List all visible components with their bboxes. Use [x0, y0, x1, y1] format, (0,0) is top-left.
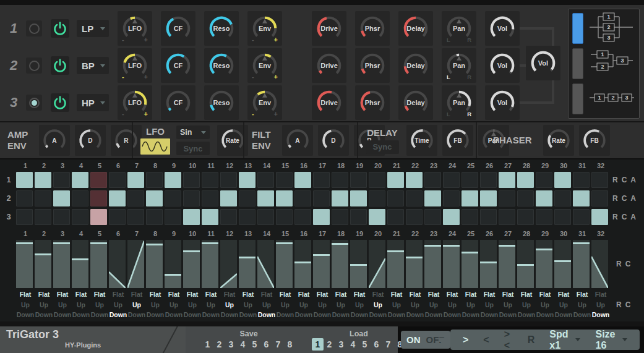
gate-cell[interactable]: [369, 209, 385, 225]
gate-cell[interactable]: [72, 172, 88, 188]
gate-cell[interactable]: [257, 209, 274, 225]
phaser-fb-knob[interactable]: FB: [579, 125, 610, 156]
gate-r-button[interactable]: R: [612, 194, 618, 203]
step-type-down[interactable]: Down: [72, 310, 90, 320]
load-slot-3[interactable]: 3: [335, 338, 347, 351]
step-type-flat[interactable]: Flat: [387, 289, 406, 300]
gate-cell[interactable]: [35, 172, 51, 188]
gate-cell[interactable]: [591, 190, 608, 206]
gate-cell[interactable]: [146, 190, 163, 206]
gate-cell[interactable]: [517, 172, 534, 188]
step-type-flat[interactable]: Flat: [313, 289, 332, 300]
step-type-down[interactable]: Down: [350, 310, 369, 320]
gate-cell[interactable]: [53, 209, 70, 225]
gate-cell[interactable]: [146, 172, 163, 188]
step-type-up[interactable]: Up: [387, 300, 406, 310]
step-type-up[interactable]: Up: [554, 300, 573, 310]
step-type-flat[interactable]: Flat: [480, 289, 499, 300]
step-type-down[interactable]: Down: [443, 310, 462, 320]
gate-cell[interactable]: [202, 190, 218, 206]
lfo-sync-button[interactable]: Sync: [176, 142, 210, 155]
transport-pingpong-button[interactable]: ><: [504, 329, 513, 351]
channel-select-radio[interactable]: [26, 20, 42, 36]
gate-cell[interactable]: [350, 190, 367, 206]
step-type-down[interactable]: Down: [536, 310, 554, 320]
step-type-down[interactable]: Down: [276, 310, 294, 320]
step-type-down[interactable]: Down: [332, 310, 350, 320]
step-type-up[interactable]: Up: [202, 300, 220, 310]
gate-cell[interactable]: [165, 209, 181, 225]
velocity-bar[interactable]: [443, 240, 460, 288]
gate-cell[interactable]: [220, 190, 237, 206]
filt-env-d-knob[interactable]: D: [318, 125, 349, 156]
step-type-up[interactable]: Up: [536, 300, 554, 310]
lfo-amount-knob[interactable]: LFO-+: [118, 48, 152, 83]
gate-c-button[interactable]: C: [622, 176, 627, 184]
step-type-flat[interactable]: Flat: [332, 289, 350, 300]
channel-power-button[interactable]: [51, 56, 69, 75]
save-slot-4[interactable]: 4: [237, 338, 249, 351]
gate-cell[interactable]: [72, 190, 88, 206]
gate-cell[interactable]: [202, 209, 218, 225]
step-type-r-button[interactable]: R: [616, 300, 622, 309]
velocity-bar[interactable]: [257, 240, 274, 288]
gate-r-button[interactable]: R: [612, 176, 618, 184]
step-type-flat[interactable]: Flat: [369, 289, 387, 300]
routing-select-button[interactable]: [572, 48, 583, 79]
routing-select-button[interactable]: [572, 13, 583, 44]
gate-cell[interactable]: [53, 190, 70, 206]
gate-cell[interactable]: [573, 172, 590, 188]
step-type-up[interactable]: Up: [573, 300, 591, 310]
step-type-flat[interactable]: Flat: [165, 289, 183, 300]
gate-cell[interactable]: [35, 209, 51, 225]
gate-cell[interactable]: [276, 190, 293, 206]
step-type-up[interactable]: Up: [183, 300, 202, 310]
gate-cell[interactable]: [480, 209, 497, 225]
gate-cell[interactable]: [90, 209, 107, 225]
velocity-bar[interactable]: [90, 240, 107, 288]
amp-env-d-knob[interactable]: D: [75, 125, 106, 156]
gate-cell[interactable]: [443, 209, 460, 225]
cutoff-knob[interactable]: CF: [161, 85, 195, 120]
velocity-bar[interactable]: [387, 240, 404, 288]
gate-cell[interactable]: [536, 172, 552, 188]
gate-cell[interactable]: [313, 209, 330, 225]
routing-select-button[interactable]: [572, 83, 583, 114]
velocity-bar[interactable]: [276, 240, 293, 288]
step-type-down[interactable]: Down: [257, 310, 276, 320]
step-type-up[interactable]: Up: [276, 300, 294, 310]
volume-knob[interactable]: Vol: [485, 11, 520, 46]
gate-a-button[interactable]: A: [630, 176, 636, 184]
transport-forward-button[interactable]: >: [463, 334, 468, 346]
velocity-bar[interactable]: [499, 240, 515, 288]
gate-cell[interactable]: [276, 172, 293, 188]
gate-cell[interactable]: [16, 190, 33, 206]
gate-cell[interactable]: [127, 209, 144, 225]
gate-cell[interactable]: [499, 190, 515, 206]
velocity-bar[interactable]: [591, 240, 608, 288]
gate-cell[interactable]: [239, 172, 255, 188]
step-type-flat[interactable]: Flat: [406, 289, 424, 300]
gate-cell[interactable]: [387, 172, 404, 188]
gate-cell[interactable]: [257, 172, 274, 188]
gate-cell[interactable]: [573, 209, 590, 225]
step-type-down[interactable]: Down: [220, 310, 239, 320]
gate-cell[interactable]: [220, 172, 237, 188]
filt-env-a-knob[interactable]: A: [282, 125, 313, 156]
gate-cell[interactable]: [387, 209, 404, 225]
step-type-down[interactable]: Down: [554, 310, 573, 320]
velocity-c-button[interactable]: C: [625, 260, 631, 268]
velocity-bar[interactable]: [350, 240, 367, 288]
step-type-up[interactable]: Up: [257, 300, 276, 310]
step-type-up[interactable]: Up: [109, 300, 127, 310]
step-type-down[interactable]: Down: [499, 310, 517, 320]
gate-cell[interactable]: [183, 209, 200, 225]
step-type-up[interactable]: Up: [146, 300, 165, 310]
pan-knob[interactable]: PanLR: [442, 85, 476, 120]
velocity-bar[interactable]: [332, 240, 348, 288]
save-slot-8[interactable]: 8: [284, 338, 296, 351]
gate-cell[interactable]: [499, 172, 515, 188]
gate-cell[interactable]: [313, 172, 330, 188]
velocity-bar[interactable]: [406, 240, 423, 288]
filter-type-dropdown[interactable]: BP: [77, 57, 109, 74]
